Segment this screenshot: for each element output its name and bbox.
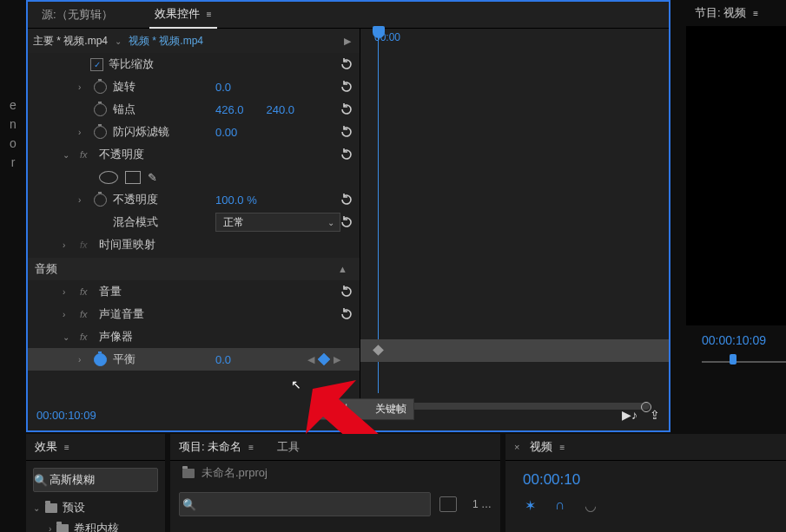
left-clipped-letters: e n o r [0,0,26,532]
blend-mode-value: 正常 [223,215,244,230]
mask-pen-icon[interactable]: ✎ [148,171,157,184]
search-icon: 🔍 [34,474,48,487]
reset-antiflicker-button[interactable] [337,123,356,141]
project-panel-title[interactable]: 项目: 未命名 [179,439,241,455]
new-bin-icon[interactable] [439,496,457,512]
keyframe-tooltip: 转到 关键帧 [319,398,414,420]
twirl-rotation-icon[interactable] [78,82,81,92]
reset-opacity-group-button[interactable] [337,146,356,163]
fx-channel-volume-icon[interactable]: fx [80,309,88,319]
tab-ec-label: 效果控件 [155,6,200,22]
uniform-scale-label: 等比缩放 [109,56,154,72]
effects-panel-title[interactable]: 效果 [35,439,57,455]
next-keyframe-button[interactable]: ▶ [334,354,340,365]
rotation-value[interactable]: 0.0 [215,81,231,94]
twirl-opacity-icon[interactable] [78,195,81,205]
reset-blend-button[interactable] [337,213,356,231]
prop-panner-row: fx 声像器 [28,325,360,348]
reset-volume-button[interactable] [337,283,356,300]
convolution-folder[interactable]: › 卷积内核 [33,518,165,532]
reset-channel-volume-button[interactable] [337,305,356,323]
reset-opacity-button[interactable] [337,191,356,208]
balance-value[interactable]: 0.0 [215,353,231,366]
opacity-group-label: 不透明度 [99,147,144,162]
mark-in-icon[interactable]: ✶ [525,497,536,514]
mask-rect-icon[interactable] [125,171,141,184]
twirl-panner-icon[interactable] [63,332,69,342]
reset-uniform-scale-button[interactable] [337,56,356,73]
playhead-line[interactable] [378,26,379,393]
effects-search-box[interactable]: 🔍 × [33,468,158,492]
go-to-clip-icon[interactable]: ▶ [344,36,351,47]
add-keyframe-button[interactable] [318,353,330,365]
project-filename: 未命名.prproj [201,465,268,481]
stopwatch-antiflicker-icon[interactable] [94,126,107,139]
monitor-menu-icon[interactable]: ≡ [559,443,565,452]
anchor-x-value[interactable]: 426.0240.0 [215,103,294,116]
stopwatch-balance-icon[interactable] [94,353,107,366]
preset-folder[interactable]: ⌄ 预设 [33,497,165,518]
program-menu-icon[interactable]: ≡ [753,9,759,18]
playhead-head-icon[interactable] [373,26,385,38]
project-filename-row[interactable]: 未命名.prproj [170,461,500,485]
monitor-title[interactable]: 视频 [530,439,552,455]
fx-opacity-icon[interactable]: fx [80,149,88,160]
opacity-value[interactable]: 100.0 % [215,194,257,207]
close-tab-icon[interactable]: × [514,442,519,452]
prop-rotation-row: 旋转 0.0 [28,76,360,98]
prop-blend-row: 混合模式 正常 ⌄ [28,211,360,233]
project-search-box[interactable]: 🔍 [179,492,431,516]
mask-ellipse-icon[interactable] [99,171,118,184]
project-search-input[interactable] [199,497,430,512]
anchor-label: 锚点 [113,102,135,117]
program-timecode[interactable]: 00:00:10:09 [702,333,766,347]
twirl-balance-icon[interactable] [78,355,81,365]
program-time-ruler[interactable] [702,356,786,373]
audio-section-header[interactable]: 音频 ▲ [28,258,360,280]
stopwatch-anchor-icon[interactable] [94,103,107,116]
tab-source[interactable]: 源:（无剪辑） [36,2,118,28]
twirl-opacity-group-icon[interactable] [63,150,69,160]
fx-panner-icon[interactable]: fx [80,332,88,342]
collapse-audio-icon[interactable]: ▲ [338,264,347,274]
blend-mode-select[interactable]: 正常 ⌄ [215,213,340,232]
project-panel: 项目: 未命名 ≡ 工具 未命名.prproj 🔍 1 … [170,434,500,532]
reset-anchor-button[interactable] [337,101,356,118]
uniform-scale-checkbox[interactable]: ✓ [90,58,103,71]
balance-label: 平衡 [113,351,135,367]
primary-clip-name[interactable]: 主要 * 视频.mp4 [33,34,108,49]
antiflicker-label: 防闪烁滤镜 [113,124,169,140]
opacity-masks-row: ✎ [28,166,360,188]
fx-time-remap-icon[interactable]: fx [80,240,88,250]
current-timecode[interactable]: 00:00:10:09 [36,409,96,422]
twirl-antiflicker-icon[interactable] [78,128,81,137]
twirl-channel-volume-icon[interactable] [63,310,65,319]
effects-menu-icon[interactable]: ≡ [64,443,70,452]
effect-timeline[interactable]: 00:00 [360,29,669,400]
twirl-time-remap-icon[interactable] [63,240,65,250]
antiflicker-value[interactable]: 0.00 [215,126,237,139]
tooltip-right-text: 关键帧 [375,402,406,417]
fx-volume-icon[interactable]: fx [80,286,88,297]
program-ruler-bar [702,361,786,363]
monitor-timecode[interactable]: 00:00:10 [505,461,786,489]
sequence-clip-name[interactable]: 视频 * 视频.mp4 [129,34,203,49]
volume-label: 音量 [99,284,122,299]
prop-opacity-group: fx 不透明度 [28,143,360,166]
export-frame-icon[interactable]: ⇪ [650,408,660,422]
tools-tab[interactable]: 工具 [277,439,300,455]
panel-menu-icon[interactable]: ≡ [207,10,213,19]
reset-rotation-button[interactable] [337,78,356,95]
tab-effect-controls[interactable]: 效果控件 ≡ [149,1,218,29]
program-playhead-icon[interactable] [730,354,736,365]
prev-keyframe-button[interactable]: ◀ [307,354,314,365]
program-viewer[interactable] [686,26,786,325]
stopwatch-opacity-icon[interactable] [94,194,107,207]
project-menu-icon[interactable]: ≡ [248,443,254,452]
effects-panel: 效果 ≡ 🔍 × ⌄ 预设 › 卷积内核 [26,434,165,532]
folder-icon [56,524,69,533]
loop-icon[interactable]: ∩ [555,497,565,514]
twirl-volume-icon[interactable] [63,287,65,297]
play-only-icon[interactable]: ▶♪ [622,408,637,422]
stopwatch-rotation-icon[interactable] [94,81,107,94]
